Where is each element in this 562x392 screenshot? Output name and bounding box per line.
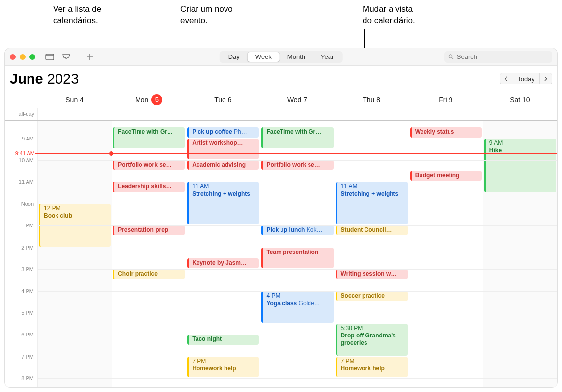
event[interactable]: 12 PMBook club xyxy=(39,204,111,247)
callout-change-view: Mudar a vista do calendário. xyxy=(363,4,415,27)
event[interactable]: Presentation prep xyxy=(113,225,185,235)
event[interactable]: Soccer practice xyxy=(336,291,408,301)
time-label: Noon xyxy=(21,201,34,207)
view-switcher: Day Week Month Year xyxy=(220,51,343,63)
view-year[interactable]: Year xyxy=(313,52,341,62)
next-week-button[interactable] xyxy=(539,73,552,84)
event[interactable]: Budget meeting xyxy=(410,171,482,181)
day-header: Tue 6 xyxy=(186,91,260,108)
event[interactable]: Team presentation xyxy=(261,248,333,268)
day-column[interactable]: 12 PMBook club xyxy=(37,121,112,387)
current-time-indicator xyxy=(5,153,557,154)
event[interactable]: 9 AMHike xyxy=(484,139,556,192)
time-label: 8 PM xyxy=(21,375,34,381)
today-button[interactable]: Today xyxy=(512,73,539,84)
fullscreen-button[interactable] xyxy=(29,54,35,60)
calendar-window: Day Week Month Year June 2023 Today xyxy=(5,48,557,387)
event[interactable]: Writing session w… xyxy=(336,269,408,279)
day-column[interactable]: 9 AMHike xyxy=(483,121,557,387)
search-input[interactable] xyxy=(457,53,548,60)
time-label: 4 PM xyxy=(21,288,34,294)
day-column[interactable]: 11 AMStretching + weightsStudent Council… xyxy=(335,121,409,387)
event[interactable]: 11 AMStretching + weights xyxy=(336,182,408,224)
event[interactable]: Pick up coffee Ph… xyxy=(187,127,259,137)
day-column[interactable]: FaceTime with Gr…Portfolio work se…Leade… xyxy=(112,121,186,387)
day-header: Fri 9 xyxy=(409,91,483,108)
event[interactable]: Pick up lunch Kok… xyxy=(261,225,333,235)
inbox-button[interactable] xyxy=(60,52,73,62)
event[interactable]: Keynote by Jasm… xyxy=(187,258,259,268)
time-label: 9 AM xyxy=(22,136,34,141)
year: 2023 xyxy=(47,71,79,86)
svg-line-5 xyxy=(452,58,453,59)
event[interactable]: Portfolio work se… xyxy=(261,160,333,170)
allday-label: all-day xyxy=(5,108,37,120)
event[interactable]: 7 PMHomework help xyxy=(336,357,408,377)
day-header: Mon5 xyxy=(112,91,186,108)
month-header: June 2023 Today xyxy=(5,66,557,91)
event[interactable]: FaceTime with Gr… xyxy=(261,127,333,148)
time-label: 11 AM xyxy=(19,179,34,185)
week-grid: 9 AM10 AM11 AMNoon1 PM2 PM3 PM4 PM5 PM6 … xyxy=(5,121,557,387)
event[interactable]: Taco night xyxy=(187,335,259,344)
time-label: 1 PM xyxy=(21,223,34,228)
event[interactable]: Student Council… xyxy=(336,225,408,235)
day-header: Thu 8 xyxy=(335,91,409,108)
event[interactable]: Portfolio work se… xyxy=(113,160,185,170)
search-icon xyxy=(448,54,454,60)
event[interactable]: 11 AMStretching + weights xyxy=(187,182,259,224)
day-column[interactable]: Weekly statusBudget meeting xyxy=(409,121,483,387)
titlebar: Day Week Month Year xyxy=(5,48,557,66)
time-label: 10 AM xyxy=(19,157,34,163)
view-day[interactable]: Day xyxy=(221,52,248,62)
calendars-list-button[interactable] xyxy=(43,52,56,62)
event[interactable]: FaceTime with Gr… xyxy=(113,127,185,148)
view-month[interactable]: Month xyxy=(280,52,313,62)
event[interactable]: Artist workshop… xyxy=(187,139,259,159)
view-week[interactable]: Week xyxy=(248,52,280,62)
svg-point-4 xyxy=(449,55,452,58)
time-label: 7 PM xyxy=(21,354,34,360)
time-label: 6 PM xyxy=(21,332,34,337)
event[interactable]: Weekly status xyxy=(410,127,482,137)
minimize-button[interactable] xyxy=(20,54,26,60)
current-time-label: 9:41 AM xyxy=(5,150,35,156)
time-label: 5 PM xyxy=(21,310,34,316)
month-name: June xyxy=(10,71,43,86)
event[interactable]: 4 PMYoga class Golde… xyxy=(261,291,333,323)
day-column[interactable]: FaceTime with Gr…Portfolio work se…Pick … xyxy=(260,121,334,387)
day-header: Sat 10 xyxy=(483,91,557,108)
day-column[interactable]: Pick up coffee Ph…Artist workshop…Academ… xyxy=(186,121,260,387)
svg-rect-0 xyxy=(46,54,54,60)
time-column: 9 AM10 AM11 AMNoon1 PM2 PM3 PM4 PM5 PM6 … xyxy=(5,121,37,387)
day-header: Wed 7 xyxy=(260,91,334,108)
event[interactable]: Leadership skills… xyxy=(113,182,185,192)
event[interactable]: 7 PMHomework help xyxy=(187,357,259,377)
event[interactable]: Choir practice xyxy=(113,269,185,279)
add-event-button[interactable] xyxy=(84,52,96,62)
allday-row: all-day xyxy=(5,108,557,121)
search-field[interactable] xyxy=(444,51,552,63)
time-label: 2 PM xyxy=(21,245,34,251)
time-label: 3 PM xyxy=(21,266,34,272)
day-headers: Sun 4Mon5Tue 6Wed 7Thu 8Fri 9Sat 10 xyxy=(5,91,557,108)
day-header: Sun 4 xyxy=(37,91,112,108)
close-button[interactable] xyxy=(10,54,16,60)
window-controls xyxy=(10,54,35,60)
event[interactable]: Academic advising xyxy=(187,160,259,170)
event[interactable]: 5:30 PMDrop off Grandma's groceries xyxy=(336,324,408,356)
prev-week-button[interactable] xyxy=(500,73,512,84)
callout-calendar-list: Ver a lista de calendários. xyxy=(53,4,101,27)
callout-create-event: Criar um novo evento. xyxy=(180,4,233,27)
